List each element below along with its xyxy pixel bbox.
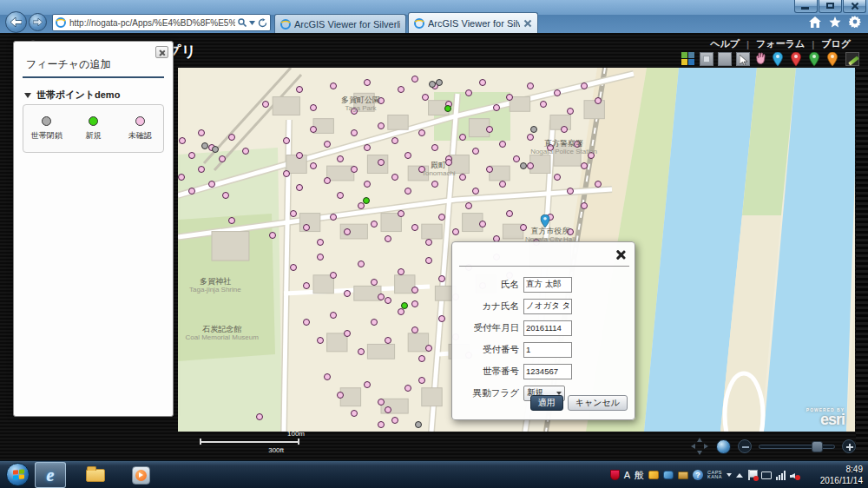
point-unconfirmed[interactable] (317, 254, 324, 260)
network-device-icon[interactable] (761, 472, 772, 479)
point-unconfirmed[interactable] (303, 224, 310, 231)
point-unconfirmed[interactable] (398, 308, 404, 315)
point-household-closed[interactable] (530, 126, 537, 133)
point-unconfirmed[interactable] (418, 377, 425, 384)
point-unconfirmed[interactable] (404, 385, 411, 392)
point-unconfirmed[interactable] (398, 268, 404, 275)
point-unconfirmed[interactable] (351, 166, 358, 173)
point-unconfirmed[interactable] (310, 104, 317, 111)
ime-mode-alpha[interactable]: A (624, 471, 630, 480)
basemap-grid-icon[interactable] (681, 52, 695, 66)
edit-pencil-icon[interactable] (845, 52, 859, 66)
point-unconfirmed[interactable] (317, 337, 324, 344)
date-input[interactable] (523, 320, 572, 336)
show-hidden-icons[interactable] (736, 473, 743, 478)
point-unconfirmed[interactable] (411, 287, 418, 293)
point-new[interactable] (444, 105, 451, 112)
search-icon[interactable] (238, 18, 247, 27)
point-unconfirmed[interactable] (310, 126, 317, 133)
point-unconfirmed[interactable] (506, 94, 513, 101)
household-no-input[interactable] (523, 364, 572, 379)
point-unconfirmed[interactable] (398, 210, 404, 217)
point-unconfirmed[interactable] (445, 159, 452, 166)
point-unconfirmed[interactable] (371, 279, 378, 286)
point-unconfirmed[interactable] (330, 214, 337, 221)
point-unconfirmed[interactable] (283, 137, 290, 144)
point-unconfirmed[interactable] (554, 89, 561, 96)
help-link[interactable]: ヘルプ (703, 37, 746, 50)
point-unconfirmed[interactable] (378, 293, 385, 300)
point-unconfirmed[interactable] (493, 104, 500, 111)
apply-button[interactable]: 適用 (530, 395, 563, 411)
point-unconfirmed[interactable] (588, 152, 595, 159)
point-unconfirmed[interactable] (391, 174, 398, 181)
point-unconfirmed[interactable] (422, 94, 429, 101)
zoom-slider[interactable] (759, 445, 835, 449)
forward-button[interactable] (29, 13, 47, 31)
point-unconfirmed[interactable] (358, 348, 365, 355)
point-unconfirmed[interactable] (242, 148, 249, 155)
point-unconfirmed[interactable] (520, 224, 527, 231)
point-unconfirmed[interactable] (324, 373, 331, 380)
point-unconfirmed[interactable] (581, 202, 588, 209)
forum-link[interactable]: フォーラム (749, 37, 812, 50)
point-unconfirmed[interactable] (351, 410, 358, 417)
point-unconfirmed[interactable] (540, 101, 547, 108)
toolbox-icon[interactable] (678, 472, 688, 479)
tools-gear-icon[interactable] (849, 16, 861, 31)
point-unconfirmed[interactable] (317, 239, 324, 246)
point-unconfirmed[interactable] (337, 192, 344, 199)
point-unconfirmed[interactable] (385, 406, 391, 413)
start-button[interactable] (6, 463, 30, 486)
point-unconfirmed[interactable] (411, 76, 418, 82)
point-unconfirmed[interactable] (472, 188, 479, 195)
point-household-closed[interactable] (201, 142, 208, 149)
point-unconfirmed[interactable] (595, 97, 602, 104)
point-unconfirmed[interactable] (431, 144, 438, 151)
ime-caps-kana[interactable]: CAPSKANA (707, 471, 722, 480)
point-unconfirmed[interactable] (567, 228, 574, 235)
point-unconfirmed[interactable] (371, 319, 378, 326)
refresh-icon[interactable] (258, 18, 267, 28)
point-unconfirmed[interactable] (527, 82, 534, 89)
home-icon[interactable] (809, 16, 821, 31)
point-new[interactable] (363, 197, 370, 204)
maximize-button[interactable] (819, 0, 842, 13)
point-unconfirmed[interactable] (527, 162, 534, 169)
point-unconfirmed[interactable] (567, 108, 574, 115)
point-unconfirmed[interactable] (303, 319, 310, 326)
point-unconfirmed[interactable] (398, 86, 404, 93)
point-unconfirmed[interactable] (459, 174, 466, 181)
template-new[interactable]: 新規 (70, 105, 117, 152)
taskbar-explorer-button[interactable] (80, 462, 111, 488)
zoom-in-button[interactable] (842, 439, 856, 453)
point-unconfirmed[interactable] (378, 122, 385, 129)
point-unconfirmed[interactable] (179, 137, 186, 144)
dialog-close-icon[interactable] (615, 249, 626, 260)
pin-green-icon[interactable] (809, 52, 823, 66)
point-unconfirmed[interactable] (459, 134, 466, 141)
point-unconfirmed[interactable] (385, 337, 391, 344)
point-unconfirmed[interactable] (262, 101, 269, 108)
reception-no-input[interactable] (523, 342, 572, 358)
favorites-star-icon[interactable] (829, 16, 841, 31)
point-unconfirmed[interactable] (479, 221, 486, 228)
point-unconfirmed[interactable] (364, 79, 371, 86)
point-new[interactable] (401, 302, 408, 309)
point-unconfirmed[interactable] (228, 134, 235, 141)
point-unconfirmed[interactable] (256, 413, 263, 420)
point-unconfirmed[interactable] (527, 134, 534, 141)
search-tool-icon[interactable] (663, 471, 674, 479)
image-layer-icon[interactable] (700, 52, 713, 66)
point-unconfirmed[interactable] (404, 188, 411, 195)
point-unconfirmed[interactable] (554, 174, 561, 181)
point-unconfirmed[interactable] (581, 82, 588, 89)
point-unconfirmed[interactable] (561, 126, 568, 133)
point-unconfirmed[interactable] (411, 224, 418, 231)
point-unconfirmed[interactable] (378, 159, 385, 166)
minimize-button[interactable] (794, 0, 818, 13)
ime-toolbar-icon[interactable] (648, 471, 659, 479)
point-unconfirmed[interactable] (378, 399, 385, 406)
pin-red-icon[interactable] (791, 52, 805, 66)
taskbar-clock[interactable]: 8:49 2016/11/14 (820, 464, 863, 486)
